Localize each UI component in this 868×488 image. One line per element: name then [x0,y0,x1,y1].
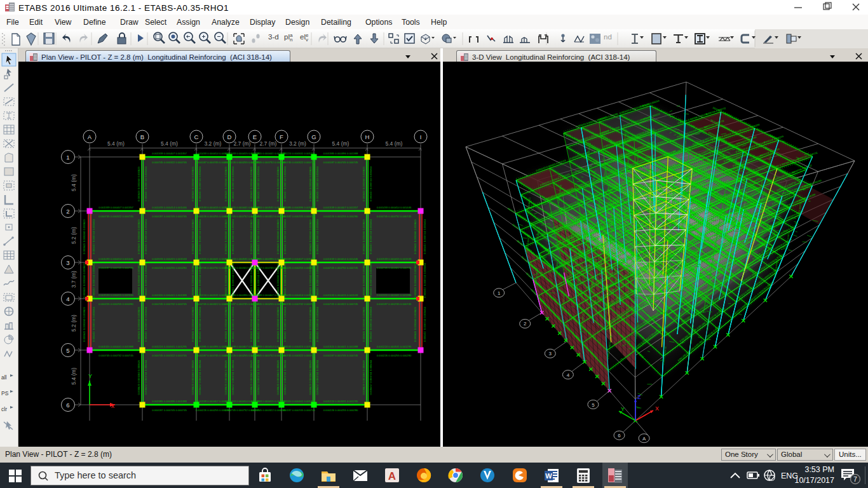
svg-text:0.000829 0.000280 0.000829: 0.000829 0.000280 0.000829 [224,219,227,254]
svg-text:0.000457 0.000731 0.000463: 0.000457 0.000731 0.000463 [369,360,372,395]
svg-text:0.000829 0.000280 0.000829: 0.000829 0.000280 0.000829 [191,219,194,254]
svg-text:Y: Y [88,373,92,379]
svg-text:0.000457 0.000731 0.000463: 0.000457 0.000731 0.000463 [283,360,287,395]
svg-text:0.001339 0.000407 0.001357: 0.001339 0.000407 0.001357 [152,152,187,155]
svg-text:0.000829 0.000280 0.000829: 0.000829 0.000280 0.000829 [250,306,253,341]
svg-text:0.000829 0.000280 0.000829: 0.000829 0.000280 0.000829 [83,306,86,341]
svg-text:0.001320 0.000441 0.001388: 0.001320 0.000441 0.001388 [377,294,412,297]
svg-text:0.000745 0.000732 0.000745: 0.000745 0.000732 0.000745 [377,215,412,218]
svg-text:6: 6 [66,402,69,409]
svg-text:I: I [420,133,422,140]
svg-text:0.000457 0.000731 0.000463: 0.000457 0.000731 0.000463 [423,219,426,254]
svg-text:3: 3 [549,351,552,356]
svg-text:0.001385 0.000396 0.001388: 0.001385 0.000396 0.001388 [152,400,187,403]
svg-text:2.7 (m): 2.7 (m) [234,140,251,147]
svg-text:0.000457 0.000731 0.000463: 0.000457 0.000731 0.000463 [92,219,95,254]
svg-text:0.000457 0.000731 0.000463: 0.000457 0.000731 0.000463 [198,262,201,297]
svg-text:0.001533 0.000415 0.001533: 0.001533 0.000415 0.001533 [377,257,412,261]
svg-text:0.000226 0.000255 0.000280: 0.000226 0.000255 0.000280 [98,302,133,306]
svg-text:0.001339 0.000407 0.001357: 0.001339 0.000407 0.001357 [280,257,315,261]
svg-text:0.001385 0.000396 0.001388: 0.001385 0.000396 0.001388 [280,206,315,209]
svg-text:0.000829 0.000280 0.000829: 0.000829 0.000280 0.000829 [276,360,280,395]
svg-text:5: 5 [592,402,595,408]
svg-text:0.001339 0.000407 0.001357: 0.001339 0.000407 0.001357 [98,206,133,209]
svg-text:4: 4 [567,372,570,378]
svg-text:0.000829 0.000280 0.000829: 0.000829 0.000280 0.000829 [83,262,86,297]
svg-text:0.000457 0.000731 0.000463: 0.000457 0.000731 0.000463 [257,306,260,341]
svg-text:0.001533 0.000415 0.001533: 0.001533 0.000415 0.001533 [98,294,133,297]
svg-text:0.000457 0.000731 0.000463: 0.000457 0.000731 0.000463 [283,166,287,201]
svg-text:G: G [311,133,316,140]
svg-text:Z: Z [637,394,641,400]
svg-text:0.001224 0.000531 0.001295: 0.001224 0.000531 0.001295 [280,152,315,155]
svg-text:0.000829 0.000280 0.000829: 0.000829 0.000280 0.000829 [137,262,140,297]
svg-text:0.000457 0.000731 0.000463: 0.000457 0.000731 0.000463 [316,360,319,395]
svg-text:0.000226 0.000255 0.000280: 0.000226 0.000255 0.000280 [152,266,187,269]
svg-text:0.000829 0.000280 0.000829: 0.000829 0.000280 0.000829 [83,219,86,254]
svg-text:0.000829 0.000280 0.000829: 0.000829 0.000280 0.000829 [362,360,365,395]
svg-text:clr: clr [1,406,7,412]
svg-text:n: n [290,37,292,43]
svg-text:E: E [253,133,257,140]
svg-text:0.000457 0.000731 0.000463: 0.000457 0.000731 0.000463 [144,306,147,341]
svg-text:0.000457 0.000731 0.000463: 0.000457 0.000731 0.000463 [144,262,147,297]
svg-text:5.2 (m): 5.2 (m) [71,315,77,332]
svg-text:0.000457 0.000731 0.000463: 0.000457 0.000731 0.000463 [231,166,234,201]
svg-text:0.001433 0.000414 0.001446: 0.001433 0.000414 0.001446 [152,206,187,209]
svg-text:0.000745 0.000322 0.000745: 0.000745 0.000322 0.000745 [377,266,412,269]
svg-text:0.000187 0.000745 0.000745: 0.000187 0.000745 0.000745 [377,302,412,306]
svg-text:0.000187 0.000745 0.000745: 0.000187 0.000745 0.000745 [280,409,315,412]
svg-text:H: H [365,133,370,140]
svg-text:0.000829 0.000280 0.000829: 0.000829 0.000280 0.000829 [137,306,140,341]
svg-text:0.001224 0.000531 0.001295: 0.001224 0.000531 0.001295 [377,345,412,348]
svg-text:2.7 (m): 2.7 (m) [260,140,277,147]
svg-text:0.000187 0.000745 0.000745: 0.000187 0.000745 0.000745 [98,266,133,269]
svg-text:0.000829 0.000280 0.000829: 0.000829 0.000280 0.000829 [362,219,365,254]
svg-text:0.000457 0.000731 0.000463: 0.000457 0.000731 0.000463 [316,219,319,254]
svg-text:0.000457 0.000731 0.000463: 0.000457 0.000731 0.000463 [423,262,426,297]
svg-text:0.000745 0.000732 0.000745: 0.000745 0.000732 0.000745 [152,302,187,306]
svg-text:0.001320 0.000441 0.001388: 0.001320 0.000441 0.001388 [98,345,133,348]
svg-text:0.000829 0.000280 0.000829: 0.000829 0.000280 0.000829 [276,219,280,254]
svg-text:0.000457 0.000731 0.000463: 0.000457 0.000731 0.000463 [257,262,260,297]
svg-text:0.000829 0.000280 0.000829: 0.000829 0.000280 0.000829 [137,166,140,201]
svg-text:1: 1 [66,154,69,161]
svg-text:0.000457 0.000731 0.000463: 0.000457 0.000731 0.000463 [231,360,234,395]
svg-text:0.000457 0.000731 0.000463: 0.000457 0.000731 0.000463 [198,166,201,201]
svg-text:0.000457 0.000731 0.000463: 0.000457 0.000731 0.000463 [369,219,372,254]
svg-text:0.000457 0.000731 0.000463: 0.000457 0.000731 0.000463 [369,262,372,297]
svg-text:0.000829 0.000280 0.000829: 0.000829 0.000280 0.000829 [309,306,312,341]
svg-text:5.4 (m): 5.4 (m) [71,174,77,191]
svg-text:0.000829 0.000280 0.000829: 0.000829 0.000280 0.000829 [250,360,253,395]
svg-text:0.000457 0.000731 0.000463: 0.000457 0.000731 0.000463 [369,166,372,201]
svg-text:5: 5 [66,347,69,354]
svg-text:0.000829 0.000280 0.000829: 0.000829 0.000280 0.000829 [224,166,227,201]
svg-text:0.000457 0.000731 0.000463: 0.000457 0.000731 0.000463 [144,219,147,254]
svg-text:0.000457 0.000731 0.000463: 0.000457 0.000731 0.000463 [92,262,95,297]
svg-text:3: 3 [66,259,69,266]
svg-text:A: A [642,436,646,442]
svg-text:0.000745 0.000322 0.000745: 0.000745 0.000322 0.000745 [152,161,187,164]
svg-text:3.2 (m): 3.2 (m) [289,140,306,147]
svg-text:F: F [280,133,283,140]
svg-text:0.000829 0.000280 0.000829: 0.000829 0.000280 0.000829 [137,360,140,395]
svg-text:A: A [88,133,92,140]
svg-text:0.000745 0.000732 0.000745: 0.000745 0.000732 0.000745 [280,302,315,306]
svg-text:4: 4 [66,295,69,302]
svg-text:0.000745 0.000322 0.000745: 0.000745 0.000322 0.000745 [98,215,133,218]
svg-text:0.000829 0.000280 0.000829: 0.000829 0.000280 0.000829 [191,360,194,395]
svg-text:0.000829 0.000280 0.000829: 0.000829 0.000280 0.000829 [137,219,140,254]
svg-text:PS: PS [1,390,9,396]
svg-text:0.000457 0.000731 0.000463: 0.000457 0.000731 0.000463 [283,306,287,341]
svg-text:0.000457 0.000731 0.000463: 0.000457 0.000731 0.000463 [198,306,201,341]
svg-text:3.2 (m): 3.2 (m) [205,140,222,147]
svg-text:0.000829 0.000280 0.000829: 0.000829 0.000280 0.000829 [276,166,280,201]
svg-text:0.000745 0.000322 0.000745: 0.000745 0.000322 0.000745 [152,354,187,357]
svg-text:0.000457 0.000731 0.000463: 0.000457 0.000731 0.000463 [231,306,234,341]
svg-text:0.001320 0.000441 0.001388: 0.001320 0.000441 0.001388 [323,345,358,348]
svg-text:0.000745 0.000322 0.000745: 0.000745 0.000322 0.000745 [323,302,358,306]
svg-text:0.000457 0.000731 0.000463: 0.000457 0.000731 0.000463 [231,219,234,254]
svg-text:0.000829 0.000280 0.000829: 0.000829 0.000280 0.000829 [362,166,365,201]
svg-text:2: 2 [66,208,69,215]
svg-text:0.001224 0.000531 0.001295: 0.001224 0.000531 0.001295 [323,400,358,403]
